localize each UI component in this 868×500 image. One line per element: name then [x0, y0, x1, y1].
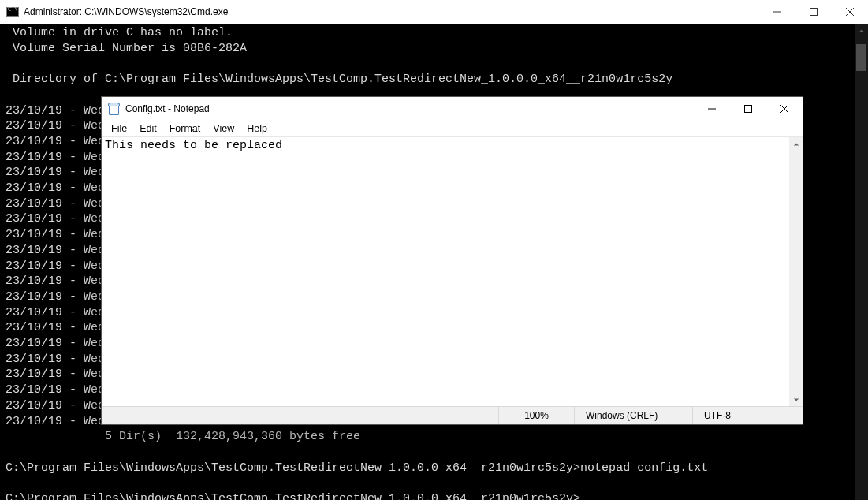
status-zoom: 100% [498, 407, 574, 424]
notepad-content: This needs to be replaced [105, 139, 787, 152]
svg-rect-1 [810, 9, 818, 16]
menu-file[interactable]: File [105, 122, 133, 135]
scroll-up-icon[interactable] [789, 137, 803, 151]
notepad-window: Config.txt - Notepad File Edit Format Vi… [101, 96, 803, 425]
menu-edit[interactable]: Edit [133, 122, 163, 135]
menu-help[interactable]: Help [240, 122, 274, 135]
notepad-title: Config.txt - Notepad [125, 103, 694, 114]
scroll-up-icon[interactable] [855, 24, 868, 37]
scroll-down-icon[interactable] [789, 393, 803, 406]
close-button[interactable] [832, 0, 868, 24]
menu-view[interactable]: View [207, 122, 240, 135]
notepad-editor[interactable]: This needs to be replaced [102, 136, 803, 406]
status-spacer [102, 407, 498, 424]
status-encoding: UTF-8 [692, 407, 803, 424]
minimize-button[interactable] [759, 0, 795, 24]
notepad-icon [108, 103, 121, 115]
cmd-icon [6, 7, 19, 17]
notepad-menubar: File Edit Format View Help [102, 121, 803, 136]
notepad-titlebar[interactable]: Config.txt - Notepad [102, 97, 803, 121]
notepad-scrollbar[interactable] [789, 137, 803, 406]
maximize-button[interactable] [795, 0, 832, 24]
scroll-thumb[interactable] [856, 44, 866, 71]
maximize-button[interactable] [730, 97, 766, 121]
status-line-ending: Windows (CRLF) [574, 407, 692, 424]
cmd-title: Administrator: C:\WINDOWS\system32\Cmd.e… [24, 6, 759, 17]
cmd-titlebar[interactable]: Administrator: C:\WINDOWS\system32\Cmd.e… [0, 0, 868, 24]
svg-rect-5 [745, 106, 752, 113]
notepad-statusbar: 100% Windows (CRLF) UTF-8 [102, 406, 803, 424]
menu-format[interactable]: Format [163, 122, 207, 135]
close-button[interactable] [766, 97, 803, 121]
cmd-scrollbar[interactable] [855, 24, 868, 500]
minimize-button[interactable] [694, 97, 730, 121]
